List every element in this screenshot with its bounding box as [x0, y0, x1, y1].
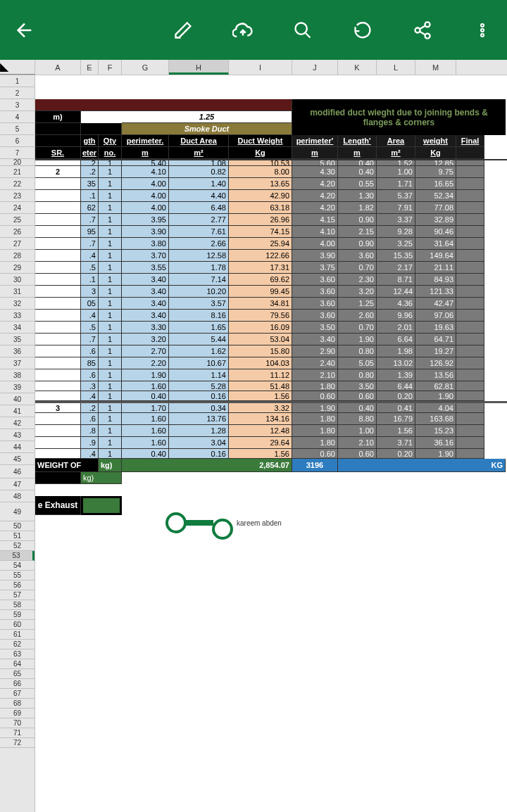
table-cell: .6	[81, 413, 99, 425]
row-23[interactable]: 23	[0, 190, 35, 202]
table-cell: .4	[81, 250, 99, 262]
col-L[interactable]: L	[377, 60, 415, 75]
table-cell: 85	[81, 357, 99, 369]
row-24[interactable]: 24	[0, 202, 35, 214]
cloud-upload-icon[interactable]	[229, 16, 257, 44]
select-all-corner[interactable]: ◣	[0, 60, 35, 75]
undo-icon[interactable]	[349, 16, 377, 44]
table-cell: .5	[81, 262, 99, 274]
col-I[interactable]: I	[229, 60, 292, 75]
col-E[interactable]: E	[81, 60, 99, 75]
svg-point-0	[296, 23, 307, 34]
table-cell: .7	[81, 334, 99, 345]
col-K[interactable]: K	[338, 60, 377, 75]
table-cell: .6	[81, 345, 99, 357]
row-26[interactable]: 26	[0, 226, 35, 238]
hdr-weight-m: weight	[415, 135, 456, 147]
row-38[interactable]: 38	[0, 369, 35, 381]
row-35[interactable]: 35	[0, 334, 35, 345]
table-cell: .5	[81, 322, 99, 334]
table-cell: .4	[81, 449, 99, 459]
hdr-length-m: Length'	[338, 135, 377, 147]
hdr-sr: SR.	[35, 147, 81, 159]
table-cell: .7	[81, 214, 99, 226]
total-weight-1: 2,854.07	[122, 459, 292, 472]
table-cell: 3	[81, 286, 99, 298]
row-33[interactable]: 33	[0, 310, 35, 322]
row-7[interactable]: 7	[0, 147, 35, 159]
hdr-area: Duct Area	[169, 135, 229, 147]
svg-point-1	[425, 22, 430, 27]
table-cell: .1	[81, 190, 99, 202]
signature-graphic: kareem abden	[165, 506, 282, 540]
col-J[interactable]: J	[292, 60, 338, 75]
row-headers: 1234567202122232425262728293031323334353…	[0, 75, 35, 812]
hdr-perimeter-m: perimeter'	[292, 135, 338, 147]
edit-icon[interactable]	[169, 16, 197, 44]
modified-header: modified duct wieght due to joining bend…	[292, 99, 506, 135]
row-6[interactable]: 6	[0, 135, 35, 147]
table-cell: .8	[81, 425, 99, 437]
unit-m: m)	[35, 111, 81, 123]
table-cell: .4	[81, 310, 99, 322]
row-30[interactable]: 30	[0, 274, 35, 286]
row-42[interactable]: 42	[0, 417, 35, 429]
row-22[interactable]: 22	[0, 178, 35, 190]
svg-point-3	[425, 33, 430, 38]
row-37[interactable]: 37	[0, 357, 35, 369]
smoke-duct-label: Smoke Duct	[122, 123, 292, 135]
column-headers: ◣ A E F G H I J K L M	[0, 60, 507, 75]
signature-text: kareem abden	[237, 519, 282, 527]
row-41[interactable]: 41	[0, 405, 35, 417]
row-4[interactable]: 4	[0, 111, 35, 123]
row-28[interactable]: 28	[0, 250, 35, 262]
table-cell: .3	[81, 381, 99, 391]
total-weight-2: 3196	[292, 459, 338, 472]
total-label: WEIGHT OF	[35, 459, 99, 472]
hdr-qty: Qty	[99, 135, 122, 147]
table-cell: 05	[81, 298, 99, 310]
share-icon[interactable]	[408, 16, 437, 44]
table-cell: .2	[81, 166, 99, 178]
row-36[interactable]: 36	[0, 345, 35, 357]
back-icon[interactable]	[11, 16, 39, 44]
table-cell: .1	[81, 274, 99, 286]
row-39[interactable]: 39	[0, 381, 35, 393]
col-M[interactable]: M	[415, 60, 456, 75]
svg-point-2	[415, 27, 420, 32]
row-21[interactable]: 21	[0, 166, 35, 178]
search-icon[interactable]	[289, 16, 317, 44]
row-2[interactable]: 2	[0, 87, 35, 99]
table-cell: 95	[81, 226, 99, 238]
titlebar	[0, 0, 507, 60]
hdr-area-m: Area	[377, 135, 415, 147]
spreadsheet-cells[interactable]: modified duct wieght due to joining bend…	[35, 75, 507, 812]
row-34[interactable]: 34	[0, 322, 35, 334]
thickness-value: 1.25	[122, 111, 292, 123]
row-25[interactable]: 25	[0, 214, 35, 226]
col-F[interactable]: F	[99, 60, 122, 75]
table-cell: .4	[81, 391, 99, 401]
col-G[interactable]: G	[122, 60, 169, 75]
row-31[interactable]: 31	[0, 286, 35, 298]
row-43[interactable]: 43	[0, 429, 35, 441]
col-A[interactable]: A	[35, 60, 81, 75]
exhaust-label: e Exhaust	[35, 496, 81, 515]
row-44[interactable]: 44	[0, 441, 35, 453]
row-5[interactable]: 5	[0, 123, 35, 135]
row-27[interactable]: 27	[0, 238, 35, 250]
row-3[interactable]: 3	[0, 99, 35, 111]
row-40[interactable]: 40	[0, 393, 35, 405]
table-cell: .9	[81, 437, 99, 449]
table-cell: .2	[81, 403, 99, 413]
row-45[interactable]: 45	[0, 453, 35, 465]
row-1[interactable]: 1	[0, 75, 35, 87]
svg-point-4	[481, 24, 484, 27]
row-29[interactable]: 29	[0, 262, 35, 274]
col-H[interactable]: H	[169, 60, 229, 75]
svg-point-5	[481, 29, 484, 32]
row-32[interactable]: 32	[0, 298, 35, 310]
hdr-perimeter: perimeter.	[122, 135, 169, 147]
more-icon[interactable]	[468, 16, 496, 44]
table-cell: .6	[81, 369, 99, 381]
